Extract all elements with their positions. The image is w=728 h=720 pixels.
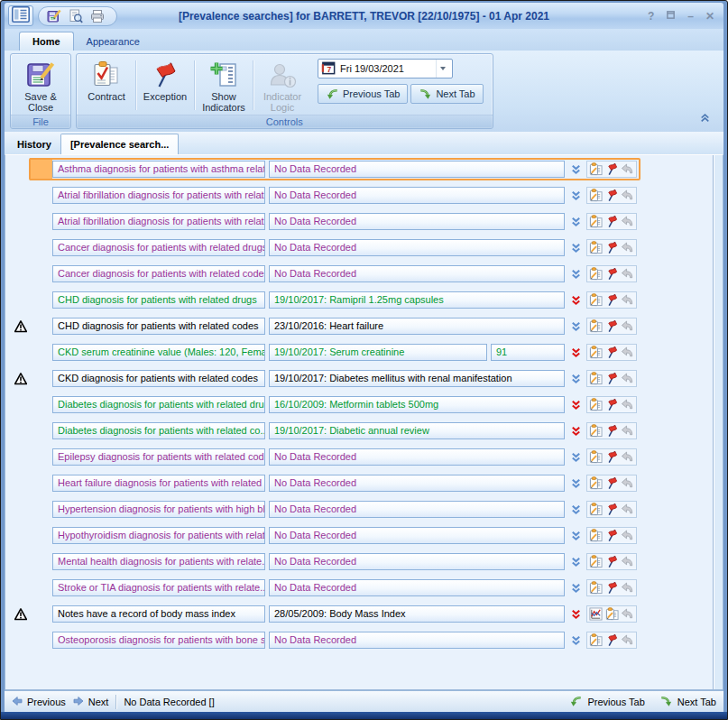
expand-chevron-icon[interactable]: [565, 373, 586, 385]
flag-icon[interactable]: [605, 241, 619, 254]
flag-icon[interactable]: [605, 581, 619, 595]
indicator-name-cell[interactable]: Heart failure diagnosis for patients wit…: [52, 475, 265, 492]
tab-appearance[interactable]: Appearance: [74, 32, 152, 51]
undo-icon[interactable]: [621, 162, 634, 176]
undo-icon[interactable]: [621, 555, 634, 568]
flag-icon[interactable]: [605, 476, 619, 490]
undo-icon[interactable]: [621, 503, 634, 516]
clipboard-edit-icon[interactable]: [589, 293, 603, 307]
flag-icon[interactable]: [605, 503, 619, 516]
expand-chevron-icon[interactable]: [565, 503, 586, 516]
flag-icon[interactable]: [605, 633, 619, 647]
indicator-value-cell[interactable]: No Data Recorded: [269, 161, 565, 178]
flag-icon[interactable]: [605, 319, 619, 333]
indicator-name-cell[interactable]: Asthma diagnosis for patients with asthm…: [52, 161, 265, 178]
clipboard-edit-icon[interactable]: [589, 241, 603, 254]
clipboard-edit-icon[interactable]: [589, 215, 603, 228]
flag-icon[interactable]: [605, 293, 619, 307]
indicator-value-cell[interactable]: No Data Recorded: [269, 579, 565, 596]
clipboard-edit-icon[interactable]: [589, 267, 603, 281]
indicator-value-cell[interactable]: No Data Recorded: [269, 475, 565, 492]
expand-chevron-icon[interactable]: [565, 530, 586, 542]
undo-icon[interactable]: [621, 476, 634, 490]
indicator-value-cell[interactable]: 28/05/2009: Body Mass Index: [269, 605, 565, 623]
expand-chevron-icon[interactable]: [565, 268, 586, 281]
next-tab-button[interactable]: Next Tab: [410, 84, 483, 104]
indicator-name-cell[interactable]: Diabetes diagnosis for patients with rel…: [52, 396, 265, 413]
previous-tab-button-status[interactable]: Previous Tab: [569, 694, 644, 709]
clipboard-edit-icon[interactable]: [589, 529, 603, 542]
next-tab-button-status[interactable]: Next Tab: [659, 694, 716, 709]
flag-icon[interactable]: [605, 189, 619, 202]
minimize-icon[interactable]: –: [687, 11, 694, 22]
expand-chevron-icon[interactable]: [565, 608, 586, 621]
flag-icon[interactable]: [605, 346, 619, 359]
expand-chevron-icon[interactable]: [565, 582, 586, 595]
indicator-name-cell[interactable]: Atrial fibrillation diagnosis for patien…: [52, 187, 265, 204]
indicator-name-cell[interactable]: CHD diagnosis for patients with related …: [52, 291, 265, 309]
undo-icon[interactable]: [621, 372, 634, 385]
flag-icon[interactable]: [605, 372, 619, 385]
indicator-extra-value-cell[interactable]: 91: [491, 344, 565, 361]
previous-button[interactable]: Previous: [12, 696, 66, 708]
clipboard-edit-icon[interactable]: [589, 450, 603, 464]
tab-prevalence-search[interactable]: [Prevalence search...: [60, 134, 179, 154]
indicator-value-cell[interactable]: No Data Recorded: [269, 553, 565, 570]
indicator-name-cell[interactable]: Stroke or TIA diagnosis for patients wit…: [52, 579, 265, 596]
close-icon[interactable]: ✕: [705, 11, 714, 22]
save-icon[interactable]: [46, 8, 62, 24]
clipboard-edit-icon[interactable]: [589, 346, 603, 359]
clipboard-edit-icon[interactable]: [589, 476, 603, 490]
restore-icon[interactable]: [666, 10, 676, 22]
flag-icon[interactable]: [605, 529, 619, 542]
indicator-value-cell[interactable]: 19/10/2017: Diabetic annual review: [269, 422, 565, 439]
indicator-value-cell[interactable]: No Data Recorded: [269, 187, 565, 204]
indicator-value-cell[interactable]: No Data Recorded: [269, 527, 565, 544]
indicator-name-cell[interactable]: CKD diagnosis for patients with related …: [52, 370, 265, 387]
flag-icon[interactable]: [605, 267, 619, 281]
graph-icon[interactable]: [589, 607, 603, 621]
expand-chevron-icon[interactable]: [565, 477, 586, 490]
expand-chevron-icon[interactable]: [565, 189, 586, 202]
show-indicators-button[interactable]: Show Indicators: [196, 56, 252, 115]
indicator-name-cell[interactable]: Atrial fibrillation diagnosis for patien…: [52, 213, 265, 230]
flag-icon[interactable]: [605, 162, 619, 176]
undo-icon[interactable]: [621, 293, 634, 307]
clipboard-edit-icon[interactable]: [589, 555, 603, 568]
expand-chevron-icon[interactable]: [565, 634, 586, 647]
indicator-name-cell[interactable]: Epilepsy diagnosis for patients with rel…: [52, 448, 265, 466]
indicator-name-cell[interactable]: Hypothyroidism diagnosis for patients wi…: [52, 527, 265, 544]
indicator-name-cell[interactable]: Cancer diagnosis for patients with relat…: [52, 265, 265, 282]
clipboard-edit-icon[interactable]: [589, 503, 603, 516]
indicator-value-cell[interactable]: 19/10/2017: Serum creatinine: [269, 344, 487, 361]
indicator-name-cell[interactable]: CKD serum creatinine value (Males: 120, …: [52, 344, 265, 361]
flag-icon[interactable]: [605, 398, 619, 411]
expand-chevron-icon[interactable]: [565, 425, 586, 438]
save-close-button[interactable]: Save & Close: [13, 56, 69, 115]
expand-chevron-icon[interactable]: [565, 163, 586, 176]
indicator-name-cell[interactable]: Notes have a record of body mass index: [52, 605, 265, 623]
previous-tab-button[interactable]: Previous Tab: [318, 84, 408, 104]
clipboard-edit-icon[interactable]: [589, 319, 603, 333]
indicator-value-cell[interactable]: No Data Recorded: [269, 213, 565, 230]
flag-icon[interactable]: [605, 424, 619, 438]
indicator-value-cell[interactable]: No Data Recorded: [269, 632, 565, 649]
help-icon[interactable]: ?: [648, 11, 654, 22]
expand-chevron-icon[interactable]: [565, 346, 586, 359]
indicator-name-cell[interactable]: Osteoporosis diagnosis for patients with…: [52, 632, 265, 649]
clipboard-edit-icon[interactable]: [589, 424, 603, 438]
tab-home[interactable]: Home: [19, 32, 74, 51]
undo-icon[interactable]: [621, 450, 634, 464]
undo-icon[interactable]: [621, 581, 634, 595]
flag-icon[interactable]: [605, 555, 619, 568]
expand-chevron-icon[interactable]: [565, 216, 586, 228]
indicator-value-cell[interactable]: 23/10/2016: Heart failure: [269, 318, 565, 335]
next-button[interactable]: Next: [73, 696, 109, 708]
contract-button[interactable]: Contract: [78, 56, 134, 115]
flag-icon[interactable]: [605, 215, 619, 228]
tab-history[interactable]: History: [8, 134, 60, 154]
indicator-name-cell[interactable]: CHD diagnosis for patients with related …: [52, 318, 265, 335]
undo-icon[interactable]: [621, 529, 634, 542]
clipboard-edit-icon[interactable]: [589, 189, 603, 202]
indicator-value-cell[interactable]: No Data Recorded: [269, 265, 565, 282]
